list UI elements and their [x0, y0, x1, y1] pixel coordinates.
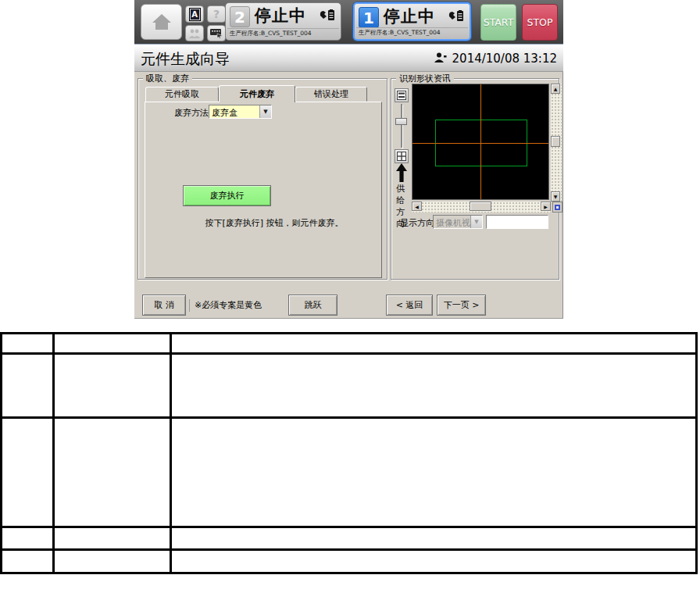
- hand-clipboard-icon: [448, 9, 465, 24]
- table-row: [2, 354, 697, 418]
- table-cell: [171, 354, 697, 418]
- instruction-text: 按下[废弃执行] 按钮，则元件废弃。: [177, 217, 372, 229]
- table-cell: [54, 334, 171, 354]
- table-cell: [2, 418, 54, 527]
- machine-2-program-name: 生产程序名:B_CVS_TEST_004: [230, 30, 312, 38]
- table-cell: [2, 550, 54, 573]
- cancel-button[interactable]: 取 消: [142, 295, 186, 316]
- zoom-view-button[interactable]: [395, 88, 409, 102]
- discard-method-select[interactable]: 废弃盒 ▼: [209, 105, 272, 119]
- grid-icon: [397, 152, 406, 161]
- help-icon: ?: [213, 8, 220, 20]
- discard-execute-button[interactable]: 废弃执行: [183, 185, 271, 206]
- vertical-scrollbar[interactable]: ▲ ▼: [551, 84, 562, 202]
- home-icon: [152, 12, 172, 31]
- crosshair-horizontal: [412, 143, 548, 144]
- table-row: [2, 527, 697, 550]
- fit-view-button[interactable]: [552, 202, 562, 212]
- group-label: 识别形状资讯: [396, 73, 454, 84]
- tab-component-discard[interactable]: 元件废弃: [219, 85, 295, 102]
- next-button[interactable]: 下一页 >: [437, 295, 486, 316]
- datetime-display: 2014/10/08 13:12: [452, 52, 557, 66]
- chevron-down-icon: ▼: [259, 105, 271, 118]
- machine-1-status-panel[interactable]: 1 停止中 生产程序名:B_CVS_TEST_004: [353, 2, 471, 41]
- machine-2-status-panel[interactable]: 2 停止中 生产程序名:B_CVS_TEST_004: [225, 2, 341, 41]
- panel-divider: [227, 28, 339, 29]
- table-cell: [171, 418, 697, 527]
- vertical-scroll-thumb[interactable]: [551, 136, 560, 147]
- camera-viewport[interactable]: [412, 84, 549, 200]
- table-cell: [2, 334, 54, 354]
- machine-ui-screenshot: A ? 2 停止中: [134, 0, 563, 319]
- table-row: [2, 550, 697, 573]
- keyboard-icon: [210, 28, 223, 38]
- document-page: A ? 2 停止中: [0, 0, 700, 600]
- page-title: 元件生成向导: [141, 49, 230, 70]
- feed-direction-arrow-icon: [395, 163, 408, 182]
- tab-error-handling[interactable]: 错误处理: [295, 87, 367, 102]
- discard-tab-pane: 废弃方法 废弃盒 ▼ 废弃执行 按下[废弃执行] 按钮，则元件废弃。: [145, 102, 382, 278]
- dictionary-icon: A: [189, 8, 201, 21]
- table-cell: [54, 354, 171, 418]
- pick-discard-group: 吸取、废弃 元件吸取 元件废弃 错误处理 废弃方法 废弃盒 ▼ 废弃执行 按下[…: [138, 78, 388, 280]
- keyboard-button[interactable]: [207, 25, 226, 41]
- annotation-table: [0, 332, 698, 574]
- scroll-up-icon[interactable]: ▲: [551, 84, 560, 94]
- start-button[interactable]: START: [480, 4, 516, 41]
- horizontal-scrollbar[interactable]: ◀ ▶: [412, 202, 551, 212]
- required-items-note: ※必须专案是黄色: [189, 299, 262, 312]
- machine-2-number-badge: 2: [230, 6, 250, 27]
- direction-value-field[interactable]: [486, 215, 548, 229]
- display-direction-select[interactable]: 摄像机视图 ▼: [433, 215, 483, 229]
- scroll-left-icon[interactable]: ◀: [412, 202, 422, 211]
- table-row: [2, 418, 697, 527]
- scroll-down-icon[interactable]: ▼: [551, 191, 560, 202]
- display-direction-value: 摄像机视图: [434, 216, 470, 228]
- display-direction-label: 显示方向: [400, 217, 434, 229]
- scroll-right-icon[interactable]: ▶: [541, 202, 551, 211]
- tab-component-pick[interactable]: 元件吸取: [145, 87, 219, 102]
- table-cell: [171, 334, 697, 354]
- discard-method-value: 废弃盒: [209, 105, 259, 118]
- discard-method-label: 废弃方法: [174, 107, 209, 119]
- operators-icon: [188, 29, 201, 38]
- panel-divider: [356, 27, 468, 28]
- group-label: 吸取、废弃: [143, 73, 192, 84]
- horizontal-scroll-thumb[interactable]: [470, 202, 491, 211]
- table-cell: [2, 527, 54, 550]
- machine-1-status-text: 停止中: [384, 5, 435, 27]
- jump-button[interactable]: 跳跃: [288, 295, 338, 316]
- machine-1-program-name: 生产程序名:B_CVS_TEST_004: [359, 29, 441, 37]
- machine-2-status-text: 停止中: [255, 5, 306, 27]
- table-cell: [54, 418, 171, 527]
- zoom-icon: [397, 91, 406, 100]
- zoom-slider-thumb[interactable]: [395, 118, 407, 125]
- machine-1-number-badge: 1: [359, 7, 379, 28]
- stop-button[interactable]: STOP: [522, 4, 558, 41]
- operators-button[interactable]: [185, 25, 204, 41]
- wizard-title-bar: 元件生成向导 2014/10/08 13:12: [134, 45, 563, 72]
- table-row: [2, 334, 697, 354]
- table-cell: [171, 550, 697, 573]
- chevron-down-icon: ▼: [470, 216, 482, 228]
- zoom-slider-track[interactable]: [401, 104, 402, 148]
- home-button[interactable]: [141, 4, 182, 40]
- grid-view-button[interactable]: [395, 149, 409, 163]
- shape-info-group: 识别形状资讯 供给方向: [391, 78, 559, 280]
- dictionary-button[interactable]: A: [185, 5, 204, 23]
- back-button[interactable]: < 返回: [386, 295, 433, 316]
- crosshair-vertical: [480, 84, 481, 199]
- table-cell: [54, 527, 171, 550]
- top-status-bar: A ? 2 停止中: [134, 0, 563, 45]
- wizard-body: 吸取、废弃 元件吸取 元件废弃 错误处理 废弃方法 废弃盒 ▼ 废弃执行 按下[…: [134, 72, 563, 319]
- fit-view-icon: [555, 205, 560, 210]
- hand-clipboard-icon: [319, 9, 336, 23]
- table-cell: [171, 527, 697, 550]
- help-button[interactable]: ?: [207, 5, 226, 23]
- table-cell: [2, 354, 54, 418]
- user-icon: [434, 52, 447, 63]
- table-cell: [54, 550, 171, 573]
